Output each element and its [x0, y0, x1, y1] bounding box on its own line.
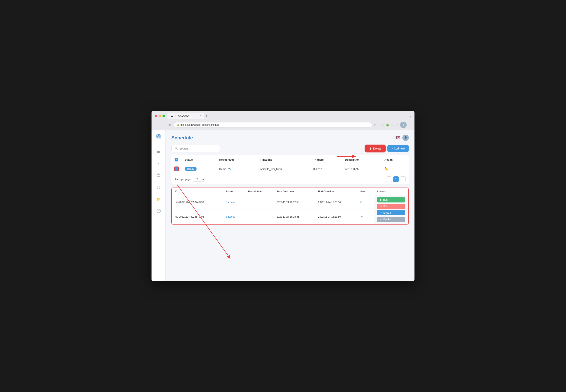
maximize-window-btn[interactable] — [163, 114, 165, 117]
history-table: ID Status Description Start Date time En… — [172, 188, 408, 224]
browser-tab-active[interactable]: ☁ RPA CLOUD ✕ — [167, 113, 204, 119]
settings-icon[interactable]: 🔧 — [228, 167, 231, 170]
back-btn[interactable]: ← — [155, 123, 159, 127]
sidebar-item-files[interactable]: 📁 — [155, 196, 163, 203]
view-icon-2[interactable]: 👁 — [360, 215, 363, 218]
toolbar: 🔍 🗑 Delete + Add new — [171, 145, 409, 152]
table-row: ✓ Ready Demo 🔧 — [171, 164, 409, 174]
htd-desc-1 — [245, 195, 273, 210]
sidebar-nav: ⊞ ≡ ⬡ 📁 🕐 — [155, 148, 163, 215]
sidebar-item-schedule[interactable]: 🕐 — [155, 207, 163, 215]
svg-rect-0 — [157, 174, 160, 176]
sidebar-item-network[interactable]: ⬡ — [155, 184, 162, 191]
htd-end-2: 2022-11-24 16:18:50 — [315, 210, 357, 224]
view-icon-1[interactable]: 👁 — [360, 200, 363, 204]
browser-controls-right: ⌄ — [409, 114, 411, 117]
th-status: Status — [181, 155, 216, 164]
th-checkbox: ✓ — [171, 155, 181, 164]
robot-name-text: Demo — [219, 168, 226, 170]
tab-title: RPA CLOUD — [175, 114, 189, 117]
browser-menu-dots[interactable]: ⋮ — [409, 124, 411, 126]
htd-view-2: 👁 — [357, 210, 374, 224]
split-view-icon[interactable]: ▢ — [396, 124, 398, 126]
action-buttons: ▶ Run ✕ Kill ✓ — [377, 197, 405, 222]
page-1-btn[interactable]: 1 — [393, 176, 399, 182]
kill-label: Kill — [383, 205, 387, 208]
language-flag[interactable]: 🇺🇸 — [395, 136, 400, 140]
hth-end: End Date time — [315, 188, 357, 195]
select-all-checkbox[interactable]: ✓ — [175, 158, 178, 161]
enable-button[interactable]: ✓ Enable — [377, 210, 405, 215]
td-description: At 12:00 AM — [342, 164, 381, 174]
forward-btn[interactable]: → — [161, 123, 166, 127]
run-icon: ▶ — [380, 198, 382, 201]
search-input[interactable] — [179, 147, 217, 150]
add-new-label: + Add new — [391, 147, 405, 150]
th-triggers: Triggers — [310, 155, 342, 164]
htd-id-1: his-20221124-7050448799 — [172, 195, 223, 210]
htd-start-1: 2022-11-24 16:32:56 — [273, 195, 315, 210]
htd-end-1: 2022-11-24 16:33:10 — [315, 195, 357, 210]
td-robot-name: Demo 🔧 — [216, 164, 257, 174]
lock-icon: 🔒 — [177, 124, 179, 126]
next-page-btn[interactable]: › — [400, 176, 406, 182]
htd-id-2: his-20221124-8923679206 — [172, 210, 223, 224]
prev-page-btn[interactable]: ‹ — [386, 176, 392, 182]
hth-id: ID — [172, 188, 223, 195]
hth-status: Status — [223, 188, 245, 195]
items-per-page: Items per page: 50 100 25 — [175, 177, 205, 182]
user-avatar[interactable]: 👤 — [402, 135, 409, 141]
history-panel: ID Status Description Start Date time En… — [171, 188, 409, 224]
row-checkbox[interactable]: ✓ — [175, 167, 178, 171]
tab-close-btn[interactable]: ✕ — [199, 114, 201, 117]
sidebar: ⊞ ≡ ⬡ 📁 🕐 — [151, 130, 166, 281]
hth-view: View — [357, 188, 374, 195]
schedule-table-container: ✓ Status Robot name Timezone Triggers De… — [171, 155, 409, 184]
page-title: Schedule — [171, 135, 193, 141]
add-new-button[interactable]: + Add new — [387, 145, 409, 152]
htd-start-2: 2022-11-24 16:18:36 — [273, 210, 315, 224]
delete-icon: 🗑 — [369, 147, 372, 150]
refresh-btn[interactable]: ↻ — [168, 123, 172, 127]
bookmark-icon[interactable]: ☆ — [382, 124, 384, 126]
sidebar-item-dashboard[interactable]: ⊞ — [155, 148, 162, 156]
htd-view-1: 👁 — [357, 195, 374, 210]
browser-menu-btn[interactable]: ⌄ — [409, 114, 411, 117]
svg-point-2 — [158, 173, 159, 174]
td-triggers: 0 0 * * * — [310, 164, 342, 174]
window-controls — [155, 114, 165, 117]
edit-icon[interactable]: ✏️ — [385, 167, 388, 171]
htd-status-1: Success — [223, 195, 245, 210]
sidebar-item-robot[interactable] — [155, 171, 162, 180]
svg-point-4 — [159, 175, 159, 176]
main-content: Schedule 🇺🇸 👤 🔍 🗑 — [166, 130, 415, 281]
address-bar-row: ← → ↻ 🔒 rpa-cloud.io/control-center/sche… — [155, 120, 411, 130]
td-action: ✏️ — [381, 164, 409, 174]
toolbar-right: 🗑 Delete + Add new — [365, 145, 409, 152]
sidebar-logo[interactable] — [155, 133, 162, 142]
tab-favicon: ☁ — [170, 114, 173, 117]
delete-button[interactable]: 🗑 Delete — [365, 145, 385, 152]
per-page-select[interactable]: 50 100 25 — [193, 177, 205, 182]
share-icon[interactable]: ↑ — [378, 124, 380, 126]
run-button[interactable]: ▶ Run — [377, 197, 405, 202]
kill-button[interactable]: ✕ Kill — [377, 204, 405, 209]
search-box[interactable]: 🔍 — [171, 145, 220, 152]
sidebar-item-list[interactable]: ≡ — [156, 160, 161, 167]
th-description: Description — [342, 155, 381, 164]
header-right: 🇺🇸 👤 — [395, 135, 409, 141]
extension-icon[interactable]: 🧩 — [386, 124, 389, 126]
hth-description: Description — [245, 188, 273, 195]
minimize-window-btn[interactable] — [159, 114, 161, 117]
translate-icon[interactable]: ⊡ — [374, 124, 376, 126]
browser-user-avatar[interactable]: T — [400, 122, 407, 128]
address-bar[interactable]: 🔒 rpa-cloud.io/control-center/schedule — [174, 122, 372, 127]
close-window-btn[interactable] — [155, 114, 157, 117]
new-tab-btn[interactable]: + — [206, 114, 208, 118]
browser-action-icons: ⊡ ↑ ☆ 🧩 ☰ ▢ T ⋮ — [374, 122, 411, 128]
hth-start: Start Date time — [273, 188, 315, 195]
htd-status-2: Success — [223, 210, 245, 224]
enable-label: Enable — [383, 211, 391, 214]
sidebar-toggle-icon[interactable]: ☰ — [391, 124, 394, 126]
disable-button[interactable]: ⊘ Disable — [377, 217, 405, 222]
